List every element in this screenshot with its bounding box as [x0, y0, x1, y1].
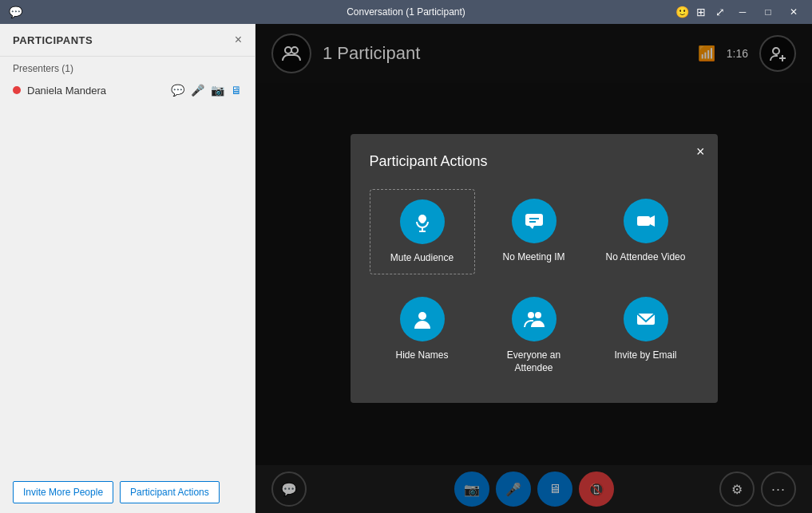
chat-icon: 💬	[6, 3, 24, 21]
hide-names-label: Hide Names	[395, 349, 448, 362]
svg-point-17	[535, 312, 541, 318]
svg-marker-10	[529, 226, 534, 229]
participant-actions-modal: Participant Actions ×	[351, 134, 718, 404]
hide-names-action[interactable]: Hide Names	[370, 287, 475, 384]
panel-footer: Invite More People Participant Actions	[0, 472, 255, 513]
participants-panel: PARTICIPANTS × Presenters (1) Daniela Ma…	[0, 24, 255, 513]
no-meeting-im-action[interactable]: No Meeting IM	[481, 189, 587, 275]
everyone-attendee-action[interactable]: Everyone an Attendee	[481, 287, 587, 384]
participant-row: Daniela Mandera 💬 🎤 📷 🖥	[0, 81, 255, 100]
svg-point-16	[528, 312, 534, 318]
screen-participant-icon[interactable]: 🖥	[231, 84, 242, 97]
close-button[interactable]: ✕	[782, 3, 806, 21]
hide-names-icon	[400, 297, 445, 341]
minimize-button[interactable]: ─	[731, 3, 755, 21]
invite-by-email-action[interactable]: Invite by Email	[593, 287, 699, 384]
no-attendee-video-icon	[624, 199, 668, 243]
mic-participant-icon[interactable]: 🎤	[191, 84, 204, 97]
grid-icon[interactable]: ⊞	[692, 3, 710, 21]
modal-title: Participant Actions	[370, 153, 699, 170]
no-meeting-im-icon	[512, 199, 557, 243]
modal-actions-grid: Mute Audience No Meeting IM	[370, 189, 699, 385]
svg-point-15	[418, 312, 426, 320]
panel-header: PARTICIPANTS ×	[0, 24, 255, 57]
mute-audience-action[interactable]: Mute Audience	[370, 189, 475, 275]
panel-title: PARTICIPANTS	[13, 34, 93, 46]
video-panel: 1 Participant 📶 1:16 💬	[255, 24, 812, 513]
mute-audience-icon	[400, 199, 445, 244]
svg-rect-6	[420, 215, 425, 223]
everyone-attendee-label: Everyone an Attendee	[488, 349, 580, 374]
no-attendee-video-label: No Attendee Video	[606, 251, 686, 264]
panel-close-button[interactable]: ×	[235, 34, 242, 46]
no-meeting-im-label: No Meeting IM	[502, 251, 564, 264]
fullscreen-icon[interactable]: ⤢	[711, 3, 729, 21]
svg-marker-14	[650, 215, 655, 227]
participant-name: Daniela Mandera	[27, 85, 164, 97]
video-participant-icon[interactable]: 📷	[211, 84, 224, 97]
invite-by-email-label: Invite by Email	[614, 349, 676, 362]
participant-action-icons: 💬 🎤 📷 🖥	[171, 84, 242, 97]
invite-by-email-icon	[624, 297, 668, 341]
participant-actions-button[interactable]: Participant Actions	[120, 481, 220, 503]
maximize-button[interactable]: □	[756, 3, 780, 21]
window-title: Conversation (1 Participant)	[347, 6, 465, 18]
mute-audience-label: Mute Audience	[390, 252, 454, 265]
modal-close-button[interactable]: ×	[696, 144, 705, 160]
invite-more-people-button[interactable]: Invite More People	[13, 481, 113, 503]
participant-status-dot	[13, 86, 21, 94]
svg-rect-9	[525, 214, 543, 226]
modal-overlay: Participant Actions ×	[255, 24, 812, 513]
emoji-icon[interactable]: 🙂	[673, 3, 691, 21]
presenters-label: Presenters (1)	[0, 57, 255, 81]
no-attendee-video-action[interactable]: No Attendee Video	[593, 189, 699, 275]
chat-participant-icon[interactable]: 💬	[171, 84, 184, 97]
everyone-attendee-icon	[512, 297, 557, 341]
svg-rect-13	[637, 216, 650, 226]
main-layout: PARTICIPANTS × Presenters (1) Daniela Ma…	[0, 24, 812, 513]
titlebar: 💬 Conversation (1 Participant) 🙂 ⊞ ⤢ ─ □…	[0, 0, 812, 24]
